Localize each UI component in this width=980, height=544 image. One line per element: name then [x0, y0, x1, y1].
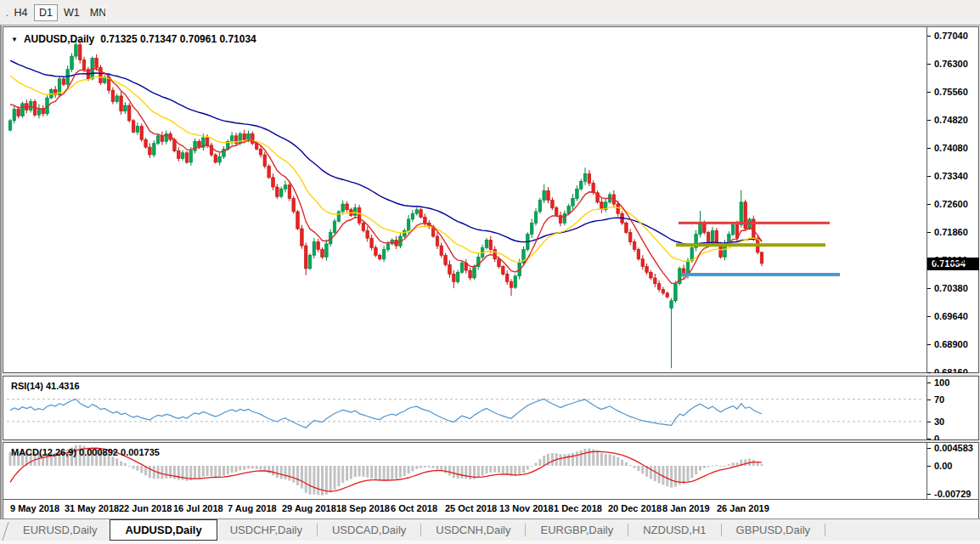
- macd-axis-label: 0.00: [927, 461, 978, 472]
- chart-tab-usdchf[interactable]: USDCHF,Daily: [217, 519, 315, 541]
- chart-tab-usdcnh[interactable]: USDCNH,Daily: [423, 519, 523, 541]
- time-axis-label: 20 Dec 2018: [608, 503, 662, 513]
- macd-histogram-bar: [341, 466, 344, 483]
- chart-tab-nzdusd[interactable]: NZDUSD,H1: [630, 519, 718, 541]
- macd-histogram-bar: [654, 466, 656, 481]
- timeframe-button-d1[interactable]: D1: [34, 4, 58, 21]
- macd-histogram-bar: [202, 466, 205, 477]
- tab-separator: [317, 524, 318, 536]
- macd-histogram-bar: [284, 466, 287, 479]
- chart-title: ▼ AUDUSD,Daily 0.71325 0.71347 0.70961 0…: [11, 33, 256, 45]
- macd-histogram-bar: [218, 466, 221, 477]
- timeframe-button-h4[interactable]: H4: [9, 4, 32, 21]
- macd-histogram-bar: [280, 466, 283, 479]
- time-axis-label: 29 Aug 2018: [282, 503, 336, 513]
- rsi-line: [10, 400, 762, 428]
- macd-histogram-bar: [609, 454, 611, 466]
- macd-histogram-bar: [563, 454, 566, 466]
- macd-histogram-bar: [670, 466, 673, 488]
- chart-tab-gbpusd[interactable]: GBPUSD,Daily: [724, 519, 823, 541]
- macd-histogram-bar: [169, 466, 172, 479]
- macd-histogram-bar: [350, 466, 352, 479]
- macd-histogram-bar: [276, 466, 279, 478]
- macd-histogram-bar: [379, 466, 381, 481]
- macd-histogram-bar: [354, 466, 357, 477]
- price-axis-label: 0.71860: [927, 227, 978, 238]
- price-axis[interactable]: 0.71034 0.770400.763000.755600.748200.74…: [926, 27, 978, 372]
- macd-histogram-bar: [428, 466, 431, 468]
- macd-histogram-bar: [260, 466, 262, 470]
- rsi-axis-label: 30: [927, 416, 978, 428]
- rsi-canvas[interactable]: [3, 377, 926, 439]
- macd-histogram-bar: [111, 456, 114, 466]
- macd-histogram-bar: [161, 466, 163, 479]
- macd-histogram-bar: [522, 466, 525, 473]
- macd-histogram-bar: [305, 466, 307, 493]
- macd-histogram-bar: [211, 466, 213, 476]
- price-chart-canvas[interactable]: [3, 27, 926, 372]
- macd-histogram-bar: [744, 460, 746, 467]
- macd-histogram-bar: [362, 466, 364, 477]
- macd-histogram-bar: [567, 454, 570, 466]
- macd-histogram-bar: [408, 466, 410, 473]
- macd-histogram-bar: [621, 460, 623, 466]
- chart-tab-audusd[interactable]: AUDUSD,Daily: [110, 519, 217, 541]
- macd-histogram-bar: [296, 466, 299, 485]
- symbol-marker-icon: ▼: [11, 36, 18, 43]
- macd-histogram-bar: [231, 466, 234, 473]
- macd-histogram-bar: [493, 466, 496, 473]
- macd-histogram-bar: [132, 466, 135, 468]
- time-axis-label: 1 Dec 2018: [554, 503, 602, 513]
- hline-resistance[interactable]: [679, 222, 830, 224]
- macd-histogram-bar: [543, 456, 545, 466]
- macd-histogram-bar: [194, 466, 196, 479]
- macd-histogram-bar: [695, 466, 697, 474]
- rsi-axis[interactable]: 10070300: [926, 377, 978, 439]
- chart-ohlc-values: 0.71325 0.71347 0.70961 0.71034: [100, 33, 256, 45]
- timeframe-button-w1[interactable]: W1: [59, 4, 84, 21]
- time-axis-label: 22 Jun 2018: [119, 503, 172, 513]
- macd-histogram-bar: [288, 466, 290, 481]
- chart-tab-usdcad[interactable]: USDCAD,Daily: [319, 519, 419, 541]
- macd-histogram-bar: [612, 456, 615, 466]
- tab-separator: [721, 524, 722, 536]
- macd-histogram-bar: [329, 466, 332, 492]
- macd-histogram-bar: [719, 466, 722, 467]
- hline-mid[interactable]: [676, 243, 825, 246]
- macd-histogram-bar: [411, 466, 414, 472]
- macd-histogram-bar: [674, 466, 677, 487]
- price-axis-label: 0.76300: [927, 59, 978, 70]
- macd-histogram-bar: [268, 466, 270, 473]
- macd-histogram-bar: [527, 466, 529, 470]
- macd-histogram-bar: [535, 463, 538, 466]
- macd-histogram-bar: [617, 457, 619, 466]
- macd-histogram-bar: [375, 466, 377, 479]
- macd-histogram-bar: [436, 466, 439, 469]
- macd-histogram-bar: [206, 466, 209, 476]
- time-axis[interactable]: 9 May 201831 May 201822 Jun 201816 Jul 2…: [3, 500, 979, 518]
- macd-histogram-bar: [687, 466, 690, 481]
- macd-histogram-bar: [629, 465, 632, 466]
- macd-axis-label: -0.00729: [927, 489, 978, 500]
- bottom-strip: [0, 541, 980, 544]
- macd-histogram-bar: [370, 466, 373, 479]
- ma-slow-line: [10, 60, 762, 245]
- macd-histogram-bar: [321, 466, 324, 496]
- macd-histogram-bar: [292, 466, 295, 483]
- chart-tab-eurgbp[interactable]: EURGBP,Daily: [527, 519, 626, 541]
- macd-histogram-bar: [251, 466, 254, 468]
- toolbar-partial-button[interactable]: .: [0, 4, 8, 21]
- rsi-axis-label: 100: [927, 377, 978, 388]
- macd-histogram-bar: [728, 464, 730, 466]
- time-axis-label: 13 Nov 2018: [499, 503, 554, 513]
- macd-histogram-bar: [712, 466, 714, 467]
- macd-axis[interactable]: 0.0045830.00-0.00729: [926, 443, 978, 499]
- macd-histogram-bar: [707, 466, 710, 468]
- macd-histogram-bar: [486, 466, 488, 473]
- macd-histogram-bar: [448, 466, 451, 475]
- chart-tab-eurusd[interactable]: EURUSD,Daily: [10, 519, 110, 541]
- timeframe-button-mn[interactable]: MN: [86, 4, 110, 21]
- price-chart-panel: ▼ AUDUSD,Daily 0.71325 0.71347 0.70961 0…: [3, 26, 979, 373]
- hline-support[interactable]: [681, 273, 840, 276]
- toolbar-separator: [105, 4, 106, 20]
